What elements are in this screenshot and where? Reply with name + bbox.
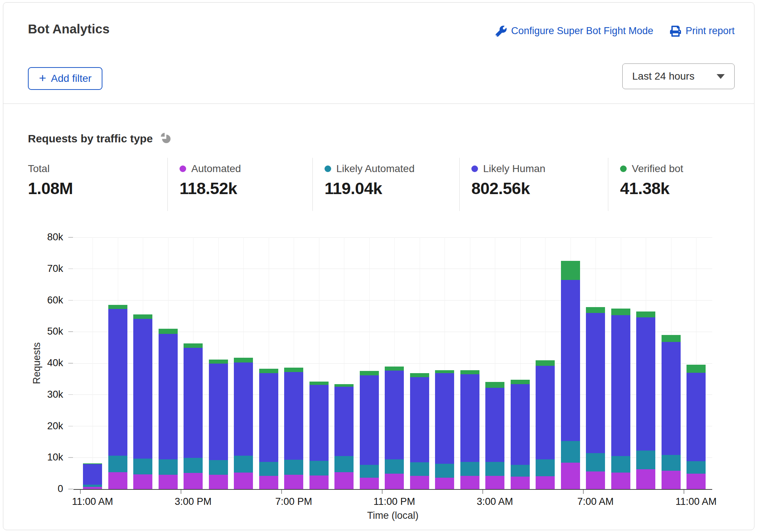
bar-segment-automated: [586, 471, 605, 489]
bar-segment-verified_bot: [309, 382, 329, 385]
y-axis-tick: [68, 363, 73, 364]
bar-segment-likely_automated: [611, 456, 630, 473]
bar-segment-likely_automated: [636, 451, 655, 469]
bar-stack-1000pm-11[interactable]: [360, 237, 379, 489]
bar-segment-likely_human: [485, 388, 504, 462]
bar-segment-likely_automated: [460, 462, 479, 476]
bar-segment-automated: [385, 474, 404, 489]
bar-segment-automated: [410, 476, 429, 489]
bar-segment-likely_automated: [511, 465, 530, 477]
y-axis-tick: [68, 394, 73, 395]
bar-stack-1100am-24[interactable]: [687, 237, 706, 489]
bar-segment-likely_human: [687, 373, 706, 461]
bar-segment-automated: [636, 469, 655, 489]
bar-stack-100pm-2[interactable]: [133, 237, 152, 489]
bar-stack-500pm-6[interactable]: [234, 237, 253, 489]
bar-stack-900pm-10[interactable]: [334, 237, 354, 489]
x-axis-tick: [382, 490, 383, 494]
x-axis-tick: [281, 490, 282, 494]
bar-segment-verified_bot: [611, 309, 630, 315]
bar-segment-likely_human: [209, 364, 228, 460]
bar-segment-verified_bot: [687, 365, 706, 372]
bar-stack-1000am-23[interactable]: [662, 237, 681, 489]
bar-segment-likely_human: [662, 342, 681, 455]
y-axis-tick-label: 70k: [22, 263, 63, 274]
x-axis-line: [73, 489, 712, 490]
bar-segment-verified_bot: [385, 367, 404, 371]
bar-segment-automated: [511, 477, 530, 489]
bar-stack-900am-22[interactable]: [636, 237, 655, 489]
bar-segment-automated: [561, 463, 580, 489]
bar-segment-likely_human: [108, 309, 127, 456]
bar-segment-verified_bot: [662, 335, 681, 342]
y-axis-tick: [68, 300, 73, 301]
bar-segment-automated: [209, 475, 228, 489]
bar-segment-verified_bot: [511, 380, 530, 384]
bar-segment-likely_human: [586, 313, 605, 453]
x-axis-tick-label: 11:00 AM: [72, 496, 113, 507]
bar-segment-likely_human: [360, 375, 379, 465]
bar-segment-likely_automated: [435, 464, 454, 478]
bar-segment-likely_human: [334, 387, 354, 456]
bar-stack-300pm-4[interactable]: [184, 237, 203, 489]
bar-segment-likely_human: [435, 373, 454, 463]
bar-segment-automated: [184, 473, 203, 489]
bar-segment-likely_human: [284, 372, 303, 460]
bar-segment-likely_automated: [561, 441, 580, 463]
bar-stack-1200pm-1[interactable]: [108, 237, 127, 489]
bar-segment-likely_human: [410, 377, 429, 462]
y-axis-tick-label: 30k: [22, 389, 63, 400]
bar-stack-800pm-9[interactable]: [309, 237, 329, 489]
bar-segment-automated: [133, 474, 152, 489]
bar-stack-400pm-5[interactable]: [209, 237, 228, 489]
bar-stack-600pm-7[interactable]: [259, 237, 278, 489]
bar-segment-likely_human: [234, 362, 253, 455]
bar-stack-200pm-3[interactable]: [159, 237, 178, 489]
x-axis-tick-label: 3:00 PM: [175, 496, 212, 507]
bar-segment-automated: [536, 476, 555, 489]
bar-segment-automated: [284, 475, 303, 489]
bar-segment-likely_automated: [209, 460, 228, 475]
bar-segment-verified_bot: [284, 368, 303, 372]
x-axis-tick: [684, 490, 684, 494]
bar-segment-automated: [662, 471, 681, 489]
bar-segment-likely_automated: [485, 462, 504, 476]
bar-stack-100am-14[interactable]: [435, 237, 454, 489]
x-axis-tick-label: 11:00 PM: [373, 496, 415, 507]
bar-segment-likely_human: [309, 385, 329, 461]
bar-segment-likely_human: [83, 464, 102, 484]
bar-stack-700pm-8[interactable]: [284, 237, 303, 489]
bar-segment-verified_bot: [159, 329, 178, 334]
bar-segment-likely_automated: [83, 485, 102, 487]
bar-stack-200am-15[interactable]: [460, 237, 479, 489]
y-axis-tick-label: 20k: [22, 420, 63, 432]
bar-stack-1100pm-12[interactable]: [385, 237, 404, 489]
bar-stack-1200am-13[interactable]: [410, 237, 429, 489]
bar-segment-likely_human: [511, 384, 530, 465]
bar-stack-800am-21[interactable]: [611, 237, 630, 489]
bar-segment-likely_human: [611, 315, 630, 456]
y-axis-tick: [68, 331, 73, 332]
bar-stack-700am-20[interactable]: [586, 237, 605, 489]
bar-segment-verified_bot: [209, 360, 228, 364]
bar-stack-1100am-0[interactable]: [83, 237, 102, 489]
bar-segment-automated: [334, 472, 354, 489]
bar-stack-600am-19[interactable]: [561, 237, 580, 489]
y-axis-tick: [68, 489, 73, 489]
bar-segment-verified_bot: [435, 370, 454, 374]
bar-segment-likely_automated: [662, 455, 681, 471]
bar-segment-verified_bot: [460, 370, 479, 374]
bar-segment-verified_bot: [108, 305, 127, 309]
bar-stack-400am-17[interactable]: [511, 237, 530, 489]
bar-stack-300am-16[interactable]: [485, 237, 504, 489]
x-axis-tick: [80, 490, 81, 494]
y-axis-tick-label: 10k: [22, 452, 63, 463]
x-axis-tick: [482, 490, 483, 494]
bar-segment-verified_bot: [410, 373, 429, 377]
bar-segment-verified_bot: [586, 307, 605, 313]
bar-stack-500am-18[interactable]: [536, 237, 555, 489]
bar-segment-likely_human: [385, 371, 404, 459]
bar-segment-likely_human: [536, 366, 555, 460]
bar-segment-automated: [435, 478, 454, 489]
requests-by-traffic-type-chart: Requests Time (local) 010k20k30k40k50k60…: [0, 0, 757, 532]
